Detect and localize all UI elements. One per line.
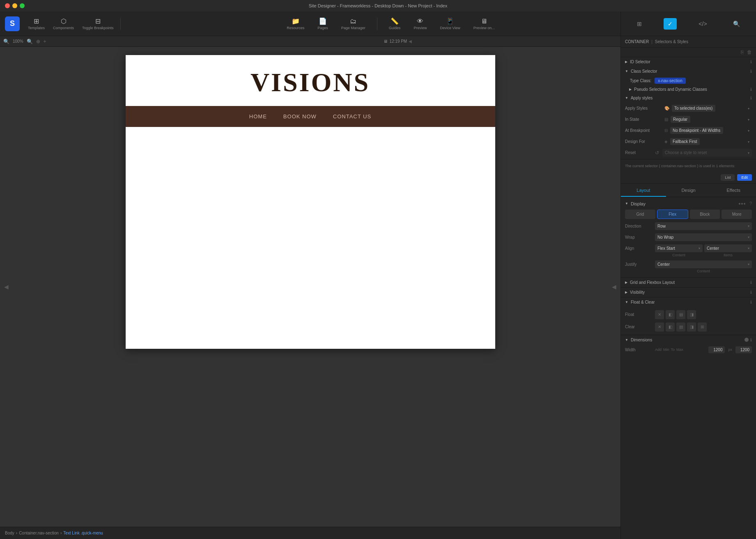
dimensions-section-header[interactable]: ▼ Dimensions ℹ	[621, 335, 756, 345]
zoom-out-icon[interactable]: 🔍	[3, 39, 9, 44]
resources-button[interactable]: 📁 Resources	[283, 16, 308, 32]
components-button[interactable]: ⬡ Components	[50, 16, 77, 32]
display-help-icon[interactable]: ?	[749, 201, 752, 206]
minimize-button[interactable]	[12, 3, 17, 8]
nav-link-home[interactable]: HOME	[249, 113, 267, 120]
apply-styles-label: Apply styles	[631, 96, 750, 100]
clear-none-button[interactable]: ✕	[655, 322, 664, 332]
device-view-button[interactable]: 📱 Device View	[437, 16, 463, 32]
list-button[interactable]: List	[721, 174, 735, 181]
clear-left-button[interactable]: ◧	[666, 322, 675, 332]
design-for-select-wrapper: Fallback First	[670, 138, 752, 145]
display-header[interactable]: ▼ Display ?	[621, 200, 756, 208]
pages-button[interactable]: 📄 Pages	[314, 16, 331, 32]
breadcrumb-text-link[interactable]: Text Link .quick-menu	[63, 531, 103, 535]
tab-layout[interactable]: Layout	[621, 184, 666, 197]
mode-grid-button[interactable]: Grid	[625, 210, 655, 219]
in-state-select[interactable]: Regular	[671, 116, 690, 123]
panel-sub-header: CONTAINER | Selectors & Styles	[621, 36, 756, 48]
direction-select[interactable]: Row	[655, 222, 752, 230]
nav-link-book-now[interactable]: BOOK NOW	[283, 113, 317, 120]
apply-styles-select[interactable]: To selected class(es)	[672, 105, 715, 112]
clear-both-button[interactable]: ▤	[676, 322, 685, 332]
templates-button[interactable]: ⊞ Templates	[25, 16, 48, 32]
pseudo-selectors-header[interactable]: ▶ Pseudo Selectors and Dynamic Classes ℹ	[621, 85, 756, 93]
align-content-select[interactable]: Flex Start	[655, 244, 703, 252]
add-element-icon[interactable]: ⊕	[36, 39, 40, 44]
clear-right-button[interactable]: ◨	[687, 322, 696, 332]
apply-styles-header[interactable]: ▼ Apply styles ℹ	[621, 93, 756, 103]
canvas-right-arrow[interactable]: ◀	[612, 283, 616, 290]
at-breakpoint-row: At Breakpoint ⊟ No Breakpoint - All Widt…	[621, 125, 756, 136]
apply-styles-icon: 🎨	[664, 106, 669, 111]
type-class-chip[interactable]: x-nav-section	[655, 78, 685, 84]
mode-more-button[interactable]: More	[722, 210, 752, 219]
direction-label: Direction	[625, 224, 652, 228]
align-content-wrapper: Flex Start	[655, 244, 703, 252]
copy-icon[interactable]: ⎘	[741, 49, 744, 55]
canvas-left-arrow[interactable]: ◀	[4, 283, 9, 290]
page-manager-button[interactable]: 🗂 Page Manager	[338, 16, 369, 32]
breadcrumb-container[interactable]: Container.nav-section	[19, 531, 59, 535]
type-class-row: Type Class: x-nav-section	[621, 76, 756, 85]
float-right-button[interactable]: ◨	[687, 310, 696, 319]
preview-button[interactable]: 👁 Preview	[410, 16, 430, 32]
nav-link-contact[interactable]: CONTACT US	[333, 113, 371, 120]
wrap-select[interactable]: No Wrap	[655, 233, 752, 241]
justify-row: Justify Center Content	[621, 259, 756, 275]
preview-on-button[interactable]: 🖥 Preview on...	[470, 16, 498, 32]
close-button[interactable]	[5, 3, 10, 8]
tab-effects[interactable]: Effects	[711, 184, 756, 197]
visibility-section[interactable]: ▶ Visibility ℹ	[621, 287, 756, 297]
delete-icon[interactable]: 🗑	[747, 49, 752, 55]
website-header: VISIONS	[126, 55, 495, 106]
float-clear-section[interactable]: ▼ Float & Clear ℹ	[621, 297, 756, 307]
design-for-select[interactable]: Fallback First	[670, 138, 700, 145]
dimensions-triangle: ▼	[625, 338, 628, 342]
tab-styles[interactable]: ✓	[664, 18, 677, 30]
drag-icon[interactable]: +	[44, 39, 46, 44]
at-breakpoint-select[interactable]: No Breakpoint - All Widths	[670, 127, 723, 134]
reset-select[interactable]: Choose a style to reset	[662, 149, 752, 157]
align-items-select[interactable]: Center	[704, 244, 752, 252]
visibility-label: Visibility	[630, 290, 750, 295]
float-none-button[interactable]: ✕	[655, 310, 664, 319]
id-selector-header[interactable]: ▶ ID Selector ℹ	[621, 57, 756, 67]
visibility-info: ℹ	[750, 290, 752, 295]
type-class-label: Type Class:	[630, 78, 651, 83]
reset-icon[interactable]: ↺	[655, 150, 659, 156]
arrow-left-icon[interactable]: ◀	[409, 39, 412, 44]
in-state-row: In State ▤ Regular	[621, 114, 756, 125]
dimensions-toggle	[745, 338, 749, 342]
tab-search[interactable]: 🔍	[729, 18, 744, 30]
justify-select[interactable]: Center	[655, 260, 752, 268]
float-both-button[interactable]: ▤	[676, 310, 685, 319]
float-left-button[interactable]: ◧	[666, 310, 675, 319]
float-clear-label: Float & Clear	[631, 300, 750, 304]
toggle-breakpoints-button[interactable]: ⊟ Toggle Breakpoints	[79, 16, 117, 32]
grid-flexbox-section[interactable]: ▶ Grid and Flexbox Layout ℹ	[621, 277, 756, 287]
width-value-input[interactable]	[708, 346, 725, 353]
fullscreen-button[interactable]	[20, 3, 25, 8]
mode-block-button[interactable]: Block	[690, 210, 720, 219]
tab-code[interactable]: </>	[694, 18, 711, 30]
panel-top-tabs: ⊞ ✓ </> 🔍	[621, 12, 756, 36]
zoom-in-icon[interactable]: 🔍	[27, 39, 33, 44]
width-max-input[interactable]	[735, 346, 752, 353]
app-logo[interactable]: S	[5, 16, 20, 31]
tab-grid[interactable]: ⊞	[633, 18, 646, 30]
website-title: VISIONS	[134, 67, 487, 98]
edit-button[interactable]: Edit	[737, 174, 752, 181]
breadcrumb-body[interactable]: Body	[5, 531, 14, 535]
guides-button[interactable]: 📏 Guides	[386, 16, 404, 32]
clear-all-button[interactable]: ⊞	[698, 322, 707, 332]
align-selects: Flex Start Center	[655, 244, 752, 252]
mode-flex-button[interactable]: Flex	[657, 210, 688, 219]
pages-icon: 📄	[319, 17, 327, 25]
class-selector-header[interactable]: ▼ Class Selector ℹ	[621, 67, 756, 76]
in-state-icon: ▤	[664, 117, 668, 122]
tab-design[interactable]: Design	[666, 184, 711, 197]
wrap-select-wrapper: No Wrap	[655, 233, 752, 241]
panel-divider-2	[621, 183, 756, 184]
width-label: Width	[625, 348, 652, 352]
